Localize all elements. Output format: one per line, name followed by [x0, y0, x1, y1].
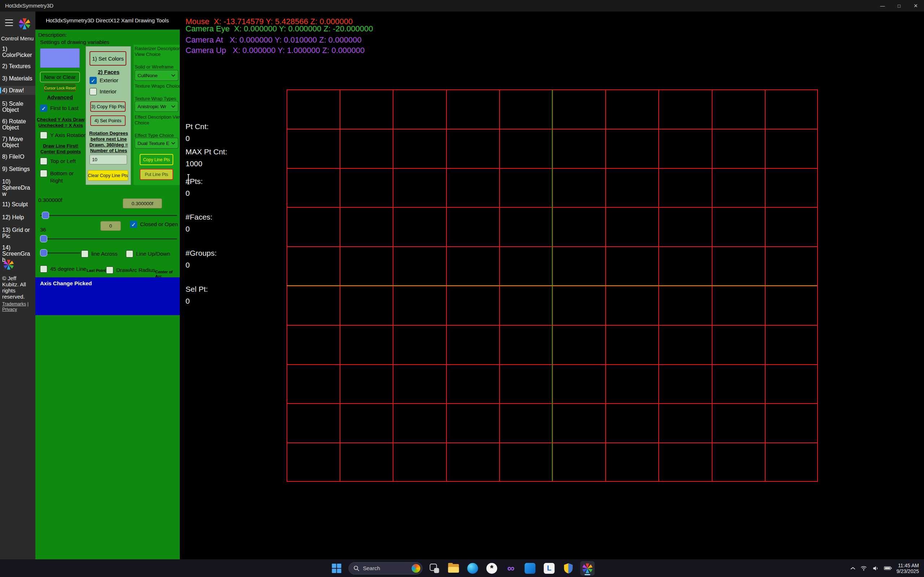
chevron-down-icon	[171, 74, 175, 77]
maximize-button[interactable]: □	[891, 0, 908, 11]
advanced-link[interactable]: Advanced	[40, 94, 80, 100]
file-explorer-button[interactable]	[446, 561, 461, 575]
task-view-button[interactable]	[427, 561, 442, 575]
value2-label: 36	[40, 226, 46, 233]
line-direction-slider[interactable]	[40, 249, 81, 258]
visual-studio-button[interactable]: ∞	[504, 561, 518, 575]
solid-or-wireframe-label: Solid or Wireframe	[135, 64, 174, 69]
interior-checkbox[interactable]: Interior	[89, 88, 116, 95]
viewport-canvas[interactable]: Mouse X: -13.714579 Y: 5.428566 Z: 0.000…	[180, 11, 924, 559]
top-or-left-checkbox[interactable]: Top or Left	[40, 158, 76, 165]
drawing-grid[interactable]	[287, 89, 818, 482]
sidebar-item-settings[interactable]: 9) Settings	[0, 164, 36, 174]
new-or-clear-button[interactable]: New or Clear	[40, 72, 80, 82]
value2-box[interactable]: 0	[100, 221, 121, 231]
panel-header: Hot3dxSymmetry3D DirectX12 Xaml Drawing …	[36, 11, 180, 29]
effect-type-dropdown[interactable]: Dual Texture E	[135, 138, 178, 148]
set-colors-button[interactable]: 1) Set Colors	[89, 51, 126, 66]
date-label: 9/23/2025	[897, 568, 919, 574]
rotation-degrees-link[interactable]: Number of Lines	[86, 148, 131, 153]
sidebar-item-grid-or-pic[interactable]: 13) Grid or Pic	[0, 226, 36, 240]
line-across-checkbox[interactable]: line Across	[81, 250, 118, 258]
rotation-degrees-link[interactable]: Drawn. 360/deg =	[86, 142, 131, 148]
slider-thumb[interactable]	[42, 212, 49, 219]
45-degree-line-checkbox[interactable]: 45 degree Line	[40, 266, 86, 272]
menu-icon[interactable]	[5, 19, 13, 26]
x-axis-draw-link[interactable]: Unchecked = X Axis	[37, 122, 84, 128]
volume-icon[interactable]	[872, 565, 879, 572]
links-separator: |	[26, 301, 29, 306]
start-button[interactable]	[330, 561, 344, 575]
clock[interactable]: 11:45 AM 9/23/2025	[897, 562, 919, 574]
drawing-tools-panel: Hot3dxSymmetry3D DirectX12 Xaml Drawing …	[36, 11, 180, 559]
camera-up-coordinates: Camera Up X: 0.000000 Y: 1.000000 Z: 0.0…	[186, 46, 365, 55]
set-points-button[interactable]: 4) Set Points	[90, 115, 126, 126]
y-axis-draw-link[interactable]: Checked Y Axis Draw	[37, 117, 84, 122]
hot3dx-app-button[interactable]	[580, 561, 595, 575]
checkbox-unchecked-icon	[40, 132, 47, 139]
draw-line-first-link[interactable]: Draw Line First!	[37, 143, 84, 148]
slider-thumb[interactable]	[40, 235, 47, 242]
sidebar-item-scale-object[interactable]: 5) Scale Object	[0, 99, 36, 114]
window-title: Hot3dxSymmetry3D	[5, 0, 53, 11]
rotation-degrees-link[interactable]: Rotation Degrees	[86, 131, 131, 136]
rasterizer-effects-subpanel: Rasterizer Description View Choice Solid…	[133, 45, 180, 185]
sidebar-item-rotate-object[interactable]: 6) Rotate Object	[0, 117, 36, 132]
value1-slider[interactable]	[40, 211, 177, 220]
stat-max-pt-cnt: MAX Pt Cnt:1000	[186, 147, 228, 168]
bottom-or-right-checkbox[interactable]: Bottom or Right	[40, 170, 81, 184]
checkbox-unchecked-icon	[81, 250, 89, 258]
description-label: Description:	[38, 32, 67, 38]
sidebar-item-materials[interactable]: 3) Materials	[0, 74, 36, 83]
faces-link[interactable]: 2) Faces	[86, 69, 131, 75]
cull-mode-dropdown[interactable]: CullNone	[135, 70, 178, 81]
tray-expand-chevron-icon[interactable]	[850, 567, 855, 570]
color-swatch[interactable]	[40, 48, 80, 68]
value2-slider[interactable]	[40, 235, 177, 243]
lines-count-input[interactable]	[89, 155, 127, 164]
axis-change-status: Axis Change Picked	[40, 280, 92, 286]
trademarks-link[interactable]: Trademarks	[2, 301, 26, 306]
sidebar-item-help[interactable]: 12) Help	[0, 213, 36, 222]
minimize-button[interactable]: —	[874, 0, 891, 11]
clear-copy-line-pts-button[interactable]: Clear Copy Line Pts	[88, 170, 128, 181]
sidebar-item-move-object[interactable]: 7) Move Object	[0, 134, 36, 150]
exterior-checkbox[interactable]: ✓ Exterior	[89, 77, 118, 84]
window-controls: — □ ×	[874, 0, 924, 11]
copilot-icon[interactable]	[412, 564, 420, 573]
sidebar-item-draw[interactable]: 4) Draw!	[0, 86, 36, 95]
draw-arc-radius-checkbox[interactable]: DrawArc Radius	[106, 266, 155, 274]
texture-wrap-dropdown[interactable]: Anistropic Wr	[135, 101, 178, 112]
letter-l-app-button[interactable]: L	[542, 561, 557, 575]
legal-links: Trademarks | Privacy	[2, 301, 32, 312]
edge-button[interactable]	[465, 561, 480, 575]
copy-line-pts-button[interactable]: Copy Line Pts	[140, 154, 173, 165]
value1-label: 0.300000f	[38, 197, 63, 203]
y-axis-rotation-checkbox[interactable]: Y Axis Rotation	[40, 132, 87, 139]
windows-security-button[interactable]	[561, 561, 576, 575]
put-line-pts-button[interactable]: Put Line Pts	[140, 169, 173, 180]
sidebar-item-sculpt[interactable]: 11) Sculpt	[0, 200, 36, 209]
close-button[interactable]: ×	[908, 0, 924, 11]
sidebar-item-fileio[interactable]: 8) FileIO	[0, 152, 36, 161]
copy-flip-pts-button[interactable]: 3) Copy Flip Pts	[90, 102, 126, 112]
grid-horizontal-axis	[287, 285, 817, 286]
center-end-points-link[interactable]: Center End points	[37, 149, 84, 154]
sidebar-item-textures[interactable]: 2) Textures	[0, 62, 36, 71]
chevron-down-icon	[171, 105, 175, 108]
wifi-icon[interactable]	[860, 565, 867, 572]
sidebar-item-colorpicker[interactable]: 1) ColorPicker	[0, 44, 36, 60]
rotation-degrees-link[interactable]: before next Line	[86, 136, 131, 142]
closed-or-open-checkbox[interactable]: ✓ Closed or Open	[130, 221, 178, 228]
value1-box[interactable]: 0.300000f	[123, 198, 162, 208]
slider-thumb[interactable]	[40, 249, 47, 256]
battery-icon[interactable]	[884, 566, 892, 571]
cursor-lock-reset-button[interactable]: Cursor Lock Reset	[44, 84, 76, 92]
chat-app-button[interactable]: *	[485, 561, 499, 575]
first-to-last-checkbox[interactable]: ✓ First to Last	[40, 105, 78, 112]
blue-app-button[interactable]	[523, 561, 538, 575]
sidebar-item-spheredraw[interactable]: 10) SphereDraw	[0, 177, 36, 198]
privacy-link[interactable]: Privacy	[2, 307, 17, 312]
taskbar-search[interactable]: Search	[349, 562, 423, 574]
line-up-down-checkbox[interactable]: Line Up/Down	[126, 250, 170, 258]
